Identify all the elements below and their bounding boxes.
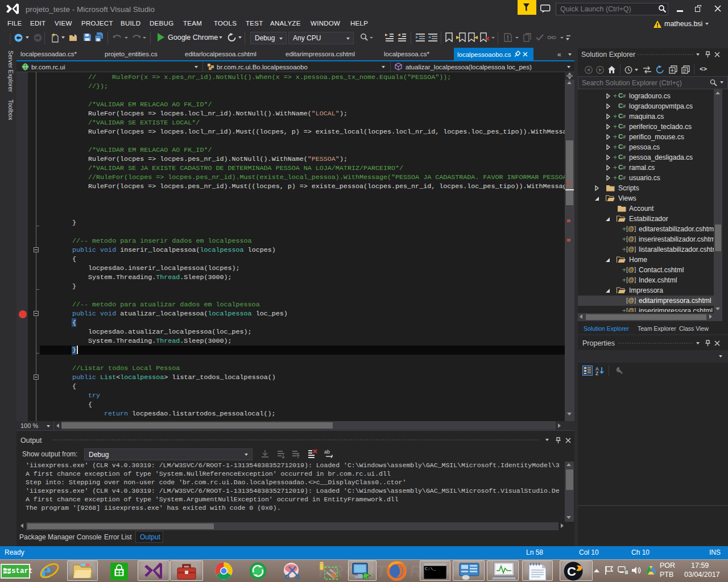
svg-text:C:\_: C:\_ (425, 566, 436, 571)
svg-text:ab: ab (324, 449, 330, 455)
svg-text:Z: Z (595, 371, 598, 375)
svg-text:C: C (567, 564, 576, 579)
